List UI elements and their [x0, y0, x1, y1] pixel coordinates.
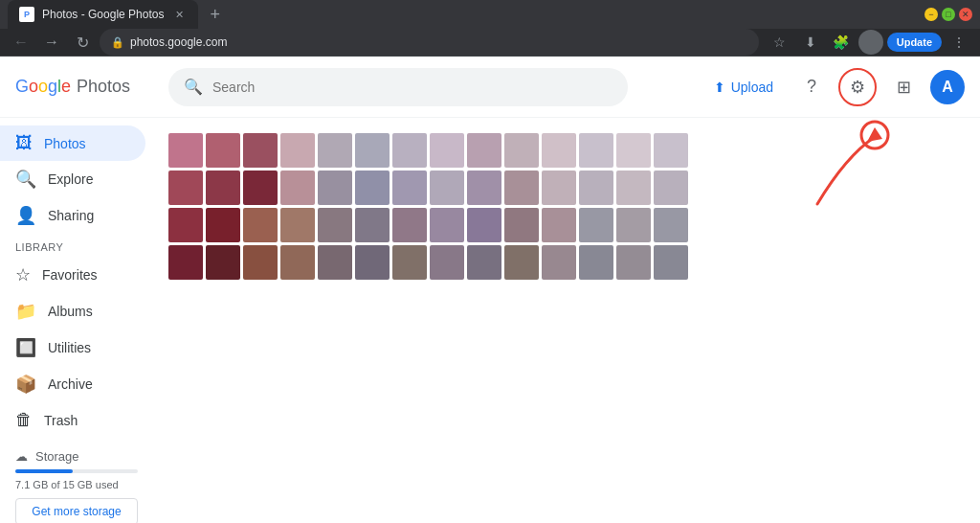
new-tab-button[interactable]: + [206, 1, 224, 29]
photo-cell[interactable] [467, 133, 501, 168]
photo-cell[interactable] [280, 133, 315, 168]
photo-cell[interactable] [280, 171, 315, 205]
update-button[interactable]: Update [887, 33, 942, 52]
forward-button[interactable]: → [38, 29, 65, 56]
photo-mosaic [168, 133, 965, 280]
photo-cell[interactable] [392, 245, 427, 280]
photo-cell[interactable] [392, 171, 427, 205]
address-bar[interactable]: 🔒 photos.google.com [100, 29, 759, 56]
search-bar[interactable]: 🔍 [168, 68, 628, 106]
photo-cell[interactable] [355, 133, 390, 168]
sidebar-item-photos[interactable]: 🖼 Photos [0, 125, 145, 161]
photo-cell[interactable] [430, 208, 464, 242]
photo-cell[interactable] [430, 171, 464, 205]
extensions-button[interactable]: 🧩 [828, 29, 855, 56]
photo-cell[interactable] [318, 133, 352, 168]
photo-cell[interactable] [616, 133, 651, 168]
back-button[interactable]: ← [8, 29, 34, 56]
photo-cell[interactable] [616, 245, 651, 280]
photo-cell[interactable] [654, 208, 688, 242]
photo-cell[interactable] [206, 133, 240, 168]
sidebar-item-utilities[interactable]: 🔲 Utilities [0, 330, 145, 366]
photo-cell[interactable] [616, 208, 651, 242]
trash-icon: 🗑 [15, 410, 33, 430]
tab-close-button[interactable]: ✕ [171, 7, 187, 22]
photo-cell[interactable] [355, 171, 390, 205]
photo-cell[interactable] [542, 208, 576, 242]
search-input[interactable] [212, 80, 612, 95]
close-button[interactable]: ✕ [959, 8, 972, 21]
favorites-icon: ☆ [15, 264, 31, 285]
photo-cell[interactable] [168, 171, 203, 205]
get-more-storage-button[interactable]: Get more storage [15, 498, 138, 523]
photo-cell[interactable] [430, 245, 464, 280]
photo-cell[interactable] [355, 245, 390, 280]
photo-cell[interactable] [243, 171, 278, 205]
sidebar-item-albums[interactable]: 📁 Albums [0, 293, 145, 330]
upload-icon: ⬆ [714, 80, 725, 95]
photo-cell[interactable] [504, 208, 539, 242]
photo-cell[interactable] [318, 171, 352, 205]
photo-cell[interactable] [654, 171, 688, 205]
photo-cell[interactable] [206, 208, 240, 242]
photo-cell[interactable] [504, 133, 539, 168]
photo-cell[interactable] [392, 208, 427, 242]
bookmark-star-button[interactable]: ☆ [767, 29, 793, 56]
storage-used-text: 7.1 GB of 15 GB used [15, 479, 138, 490]
upload-button[interactable]: ⬆ Upload [702, 72, 785, 102]
photo-cell[interactable] [542, 133, 576, 168]
photo-cell[interactable] [280, 245, 315, 280]
photo-cell[interactable] [654, 245, 688, 280]
apps-button[interactable]: ⊞ [884, 68, 923, 106]
photo-cell[interactable] [654, 133, 688, 168]
sidebar-favorites-label: Favorites [42, 267, 98, 283]
download-button[interactable]: ⬇ [797, 29, 824, 56]
sharing-icon: 👤 [15, 205, 36, 226]
photo-cell[interactable] [467, 171, 501, 205]
photo-cell[interactable] [243, 133, 278, 168]
upload-label: Upload [731, 80, 773, 95]
photo-cell[interactable] [542, 245, 576, 280]
photo-cell[interactable] [467, 208, 501, 242]
photo-cell[interactable] [504, 171, 539, 205]
lock-icon: 🔒 [111, 36, 124, 49]
sidebar-item-favorites[interactable]: ☆ Favorites [0, 257, 145, 293]
photo-cell[interactable] [579, 171, 613, 205]
photo-cell[interactable] [280, 208, 315, 242]
photo-cell[interactable] [616, 171, 651, 205]
photo-cell[interactable] [206, 245, 240, 280]
profile-button[interactable] [858, 30, 883, 55]
photo-cell[interactable] [392, 133, 427, 168]
more-options-button[interactable]: ⋮ [946, 29, 972, 56]
photo-cell[interactable] [579, 245, 613, 280]
active-tab[interactable]: P Photos - Google Photos ✕ [8, 0, 198, 29]
sidebar-item-explore[interactable]: 🔍 Explore [0, 161, 145, 197]
photo-cell[interactable] [168, 245, 203, 280]
photo-cell[interactable] [206, 171, 240, 205]
user-avatar[interactable]: A [930, 70, 965, 104]
photo-cell[interactable] [243, 208, 278, 242]
photo-cell[interactable] [318, 245, 352, 280]
sidebar-item-trash[interactable]: 🗑 Trash [0, 402, 145, 438]
photo-cell[interactable] [579, 208, 613, 242]
photos-icon: 🖼 [15, 133, 33, 153]
photo-cell[interactable] [579, 133, 613, 168]
photo-cell[interactable] [243, 245, 278, 280]
sidebar-sharing-label: Sharing [48, 208, 94, 223]
settings-button[interactable]: ⚙ [838, 68, 877, 106]
photo-cell[interactable] [504, 245, 539, 280]
sidebar-item-archive[interactable]: 📦 Archive [0, 366, 145, 402]
help-button[interactable]: ? [792, 68, 831, 106]
photo-cell[interactable] [318, 208, 352, 242]
maximize-button[interactable]: □ [942, 8, 955, 21]
photo-cell[interactable] [467, 245, 501, 280]
photo-cell[interactable] [168, 133, 203, 168]
photo-cell[interactable] [168, 208, 203, 242]
sidebar-item-sharing[interactable]: 👤 Sharing [0, 197, 145, 234]
photo-cell[interactable] [355, 208, 390, 242]
photo-cell[interactable] [430, 133, 464, 168]
url-text: photos.google.com [130, 35, 227, 49]
minimize-button[interactable]: − [924, 8, 938, 21]
reload-button[interactable]: ↻ [69, 29, 96, 56]
photo-cell[interactable] [542, 171, 576, 205]
